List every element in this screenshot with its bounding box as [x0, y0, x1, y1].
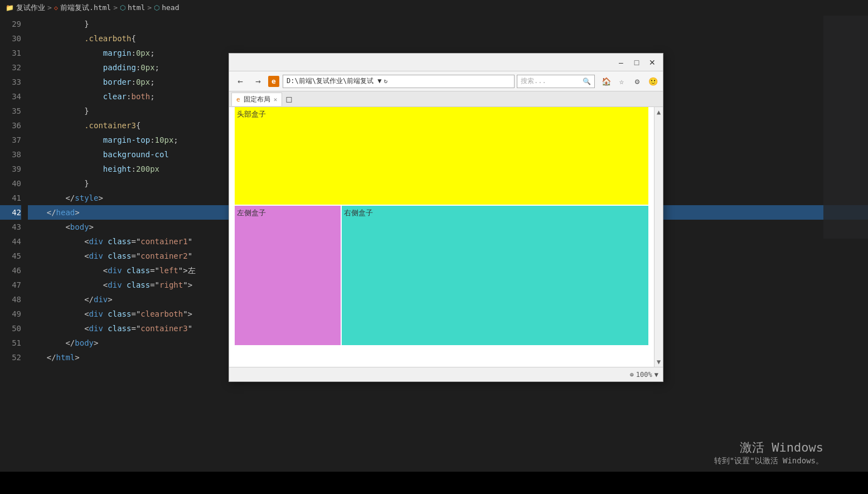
- line-numbers: 29 30 31 32 33 34 35 36 37 38 39 40 41 4…: [0, 17, 28, 365]
- browser-navbar: ← → e D:\前端\复试作业\前端复试 ▼ ↻ 搜索... 🔍 🏠 ☆ ⚙ …: [229, 71, 663, 91]
- browser-content: 头部盒子 左侧盒子 右侧盒子 ▲ ▼: [229, 107, 663, 367]
- minimap: [823, 16, 868, 239]
- html-icon: ◇: [54, 1, 58, 15]
- left-label: 左侧盒子: [237, 208, 266, 218]
- close-button[interactable]: ✕: [646, 56, 658, 69]
- browser-titlebar: – □ ✕: [229, 54, 663, 71]
- left-box: 左侧盒子: [235, 206, 341, 345]
- search-bar[interactable]: 搜索... 🔍: [517, 75, 595, 88]
- header-label: 头部盒子: [237, 109, 266, 119]
- scroll-up-arrow[interactable]: ▲: [657, 108, 661, 116]
- settings-icon[interactable]: ⚙: [631, 75, 644, 88]
- page-columns: 左侧盒子 右侧盒子: [235, 206, 648, 345]
- breadcrumb: 📁 复试作业 > ◇ 前端复试.html > ⬡ html > ⬡ head: [0, 0, 868, 16]
- search-icon[interactable]: 🔍: [583, 78, 591, 85]
- activate-windows-text: 激活 Windows: [714, 439, 823, 456]
- page-content: 头部盒子 左侧盒子 右侧盒子: [229, 107, 654, 367]
- forward-button[interactable]: →: [250, 74, 266, 89]
- tag-icon-html: ⬡: [120, 1, 125, 15]
- new-tab-button[interactable]: □: [282, 93, 295, 106]
- vertical-scrollbar[interactable]: ▲ ▼: [654, 107, 663, 367]
- windows-watermark: 激活 Windows 转到"设置"以激活 Windows。: [714, 439, 823, 466]
- breadcrumb-html-tag: ⬡ html: [120, 1, 145, 15]
- activate-windows-subtext: 转到"设置"以激活 Windows。: [714, 456, 823, 466]
- right-box: 右侧盒子: [342, 206, 648, 345]
- browser-tab[interactable]: e 固定布局 ✕: [231, 93, 282, 106]
- favorites-icon[interactable]: ☆: [615, 75, 628, 88]
- toolbar-icons: 🏠 ☆ ⚙ 🙂: [599, 75, 660, 88]
- minimize-button[interactable]: –: [615, 56, 627, 69]
- breadcrumb-head-tag: ⬡ head: [154, 1, 179, 15]
- browser-statusbar: ⊕ 100% ▼: [229, 367, 663, 381]
- browser-tabbar: e 固定布局 ✕ □: [229, 91, 663, 107]
- header-box: 头部盒子: [235, 107, 648, 205]
- tab-close-button[interactable]: ✕: [274, 96, 278, 103]
- home-icon[interactable]: 🏠: [599, 75, 613, 88]
- folder-icon: 📁: [6, 1, 14, 15]
- zoom-level: 100%: [636, 371, 652, 379]
- zoom-icon: ⊕: [630, 371, 634, 379]
- ie-logo: e: [268, 76, 279, 87]
- breadcrumb-sep-1: >: [47, 1, 52, 15]
- zoom-dropdown-icon[interactable]: ▼: [654, 371, 658, 379]
- back-button[interactable]: ←: [232, 74, 248, 89]
- tag-icon-head: ⬡: [154, 1, 159, 15]
- breadcrumb-folder: 📁 复试作业: [6, 1, 45, 15]
- browser-window: – □ ✕ ← → e D:\前端\复试作业\前端复试 ▼ ↻ 搜索... 🔍 …: [229, 53, 663, 382]
- address-bar[interactable]: D:\前端\复试作业\前端复试 ▼ ↻: [283, 75, 515, 88]
- breadcrumb-html-file: ◇ 前端复试.html: [54, 1, 111, 15]
- scroll-down-arrow[interactable]: ▼: [657, 358, 661, 366]
- refresh-button[interactable]: ↻: [384, 78, 388, 85]
- tab-ie-icon: e: [236, 96, 240, 103]
- maximize-button[interactable]: □: [631, 56, 643, 69]
- smiley-icon[interactable]: 🙂: [646, 75, 660, 88]
- breadcrumb-sep-2: >: [113, 1, 118, 15]
- breadcrumb-sep-3: >: [147, 1, 152, 15]
- taskbar: [0, 472, 868, 494]
- right-label: 右侧盒子: [344, 208, 373, 218]
